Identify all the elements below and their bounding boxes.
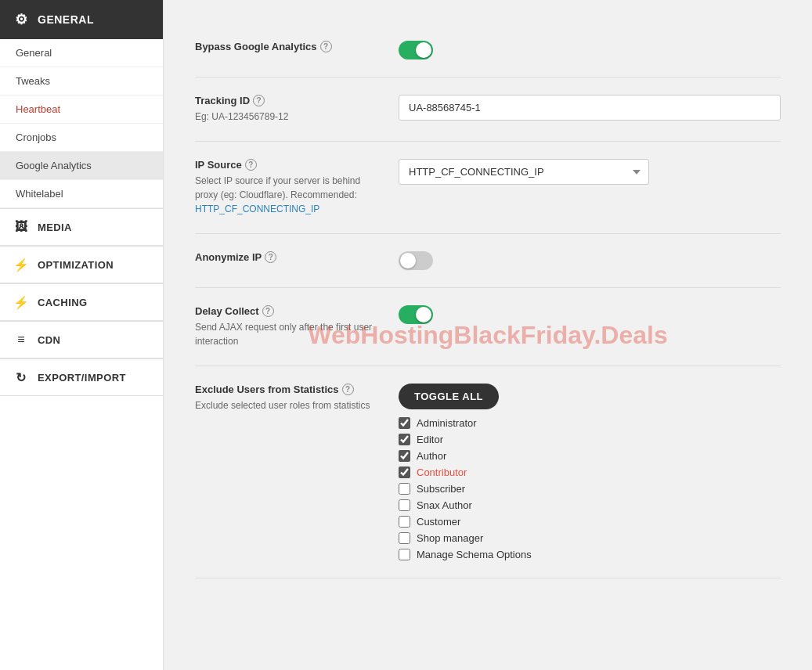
sidebar-section-optimization[interactable]: ⚡OPTIMIZATION <box>0 246 163 283</box>
checkbox-item-contributor[interactable]: Contributor <box>399 466 532 478</box>
sidebar-header: ⚙ GENERAL <box>0 0 163 39</box>
checkbox-item-shop-manager[interactable]: Shop manager <box>399 532 532 544</box>
question-mark-icon[interactable]: ? <box>245 159 257 171</box>
setting-row-delay-collect: Delay Collect?Send AJAX request only aft… <box>195 288 781 366</box>
toggle-all-button[interactable]: TOGGLE ALL <box>399 384 499 409</box>
setting-control-col-anonymize-ip <box>399 251 781 270</box>
checkbox-label-author: Author <box>417 450 446 462</box>
setting-label-col-bypass-google-analytics: Bypass Google Analytics? <box>195 41 399 52</box>
sidebar-item-cronjobs[interactable]: Cronjobs <box>0 124 163 152</box>
sidebar-item-whitelabel[interactable]: Whitelabel <box>0 180 163 208</box>
sidebar-item-tweaks[interactable]: Tweaks <box>0 67 163 95</box>
checkbox-subscriber[interactable] <box>399 483 410 495</box>
export-import-icon: ↻ <box>13 369 30 386</box>
setting-label-ip-source: IP Source? <box>195 159 383 171</box>
setting-sublabel-ip-source: Select IP source if your server is behin… <box>195 174 383 216</box>
toggle-delay-collect[interactable] <box>399 305 433 324</box>
setting-label-bypass-google-analytics: Bypass Google Analytics? <box>195 41 383 52</box>
main-content: Bypass Google Analytics?Tracking ID?Eg: … <box>164 0 812 602</box>
setting-row-tracking-id: Tracking ID?Eg: UA-123456789-12 <box>195 77 781 142</box>
checkbox-contributor[interactable] <box>399 466 410 478</box>
select-ip-source[interactable]: HTTP_CF_CONNECTING_IPREMOTE_ADDRHTTP_X_F… <box>399 159 649 185</box>
setting-row-anonymize-ip: Anonymize IP? <box>195 234 781 288</box>
checkbox-label-contributor: Contributor <box>417 466 467 478</box>
checkbox-list: AdministratorEditorAuthorContributorSubs… <box>399 417 532 560</box>
setting-sublabel-tracking-id: Eg: UA-123456789-12 <box>195 110 383 124</box>
sidebar-section-label-optimization: OPTIMIZATION <box>38 259 114 271</box>
checkbox-item-administrator[interactable]: Administrator <box>399 417 532 429</box>
checkbox-item-subscriber[interactable]: Subscriber <box>399 483 532 495</box>
setting-control-col-bypass-google-analytics <box>399 41 781 59</box>
checkbox-item-snax-author[interactable]: Snax Author <box>399 499 532 511</box>
gear-icon: ⚙ <box>13 11 30 28</box>
optimization-icon: ⚡ <box>13 256 30 273</box>
sidebar-section-caching[interactable]: ⚡CACHING <box>0 283 163 321</box>
checkbox-label-snax-author: Snax Author <box>417 499 472 511</box>
checkbox-manage-schema-options[interactable] <box>399 549 410 560</box>
checkbox-label-customer: Customer <box>417 516 460 528</box>
sidebar-section-media[interactable]: 🖼MEDIA <box>0 208 163 246</box>
sidebar-section-cdn[interactable]: ≡CDN <box>0 321 163 358</box>
media-icon: 🖼 <box>13 218 30 236</box>
sidebar-section-export-import[interactable]: ↻EXPORT/IMPORT <box>0 358 163 396</box>
checkbox-item-author[interactable]: Author <box>399 450 532 462</box>
setting-label-delay-collect: Delay Collect? <box>195 305 383 317</box>
checkbox-label-subscriber: Subscriber <box>417 483 465 495</box>
question-mark-icon[interactable]: ? <box>342 384 354 395</box>
question-mark-icon[interactable]: ? <box>253 95 265 106</box>
checkbox-label-shop-manager: Shop manager <box>417 532 483 544</box>
sidebar-section-label-cdn: CDN <box>38 334 60 346</box>
setting-row-exclude-users: Exclude Users from Statistics?Exclude se… <box>195 366 781 578</box>
setting-label-exclude-users: Exclude Users from Statistics? <box>195 384 383 395</box>
sidebar: ⚙ GENERAL GeneralTweaksHeartbeatCronjobs… <box>0 0 164 670</box>
setting-label-col-ip-source: IP Source?Select IP source if your serve… <box>195 159 399 216</box>
setting-row-bypass-google-analytics: Bypass Google Analytics? <box>195 23 781 77</box>
checkbox-item-editor[interactable]: Editor <box>399 434 532 445</box>
setting-label-anonymize-ip: Anonymize IP? <box>195 251 383 263</box>
question-mark-icon[interactable]: ? <box>262 305 274 317</box>
sidebar-item-heartbeat[interactable]: Heartbeat <box>0 95 163 124</box>
checkbox-item-customer[interactable]: Customer <box>399 516 532 528</box>
setting-label-col-delay-collect: Delay Collect?Send AJAX request only aft… <box>195 305 399 348</box>
setting-control-col-tracking-id <box>399 95 781 121</box>
checkbox-editor[interactable] <box>399 434 410 445</box>
setting-control-col-delay-collect <box>399 305 781 324</box>
text-input-tracking-id[interactable] <box>399 95 781 121</box>
setting-control-col-ip-source: HTTP_CF_CONNECTING_IPREMOTE_ADDRHTTP_X_F… <box>399 159 781 185</box>
checkbox-shop-manager[interactable] <box>399 532 410 544</box>
sidebar-nav: GeneralTweaksHeartbeatCronjobsGoogle Ana… <box>0 39 163 208</box>
setting-sublabel-exclude-users: Exclude selected user roles from statist… <box>195 398 383 412</box>
cdn-icon: ≡ <box>13 331 30 348</box>
sidebar-section-label-export-import: EXPORT/IMPORT <box>38 372 126 384</box>
checkbox-label-administrator: Administrator <box>417 417 477 429</box>
checkbox-author[interactable] <box>399 450 410 462</box>
setting-label-col-tracking-id: Tracking ID?Eg: UA-123456789-12 <box>195 95 399 124</box>
setting-row-ip-source: IP Source?Select IP source if your serve… <box>195 142 781 234</box>
caching-icon: ⚡ <box>13 294 30 311</box>
checkbox-snax-author[interactable] <box>399 499 410 511</box>
question-mark-icon[interactable]: ? <box>320 41 332 52</box>
checkbox-administrator[interactable] <box>399 417 410 429</box>
checkbox-item-manage-schema-options[interactable]: Manage Schema Options <box>399 549 532 560</box>
sidebar-item-general[interactable]: General <box>0 39 163 67</box>
checkbox-customer[interactable] <box>399 516 410 528</box>
sidebar-section-label-caching: CACHING <box>38 297 87 308</box>
checkbox-label-editor: Editor <box>417 434 443 445</box>
sidebar-header-label: GENERAL <box>38 13 94 26</box>
setting-sublabel-delay-collect: Send AJAX request only after the first u… <box>195 320 383 348</box>
setting-label-col-exclude-users: Exclude Users from Statistics?Exclude se… <box>195 384 399 412</box>
toggle-anonymize-ip[interactable] <box>399 251 433 270</box>
setting-label-tracking-id: Tracking ID? <box>195 95 383 106</box>
sidebar-item-google-analytics[interactable]: Google Analytics <box>0 152 163 180</box>
setting-control-col-exclude-users: TOGGLE ALLAdministratorEditorAuthorContr… <box>399 384 781 560</box>
sidebar-section-label-media: MEDIA <box>38 222 72 233</box>
setting-label-col-anonymize-ip: Anonymize IP? <box>195 251 399 263</box>
toggle-bypass-google-analytics[interactable] <box>399 41 433 59</box>
checkbox-label-manage-schema-options: Manage Schema Options <box>417 549 532 560</box>
question-mark-icon[interactable]: ? <box>265 251 276 263</box>
